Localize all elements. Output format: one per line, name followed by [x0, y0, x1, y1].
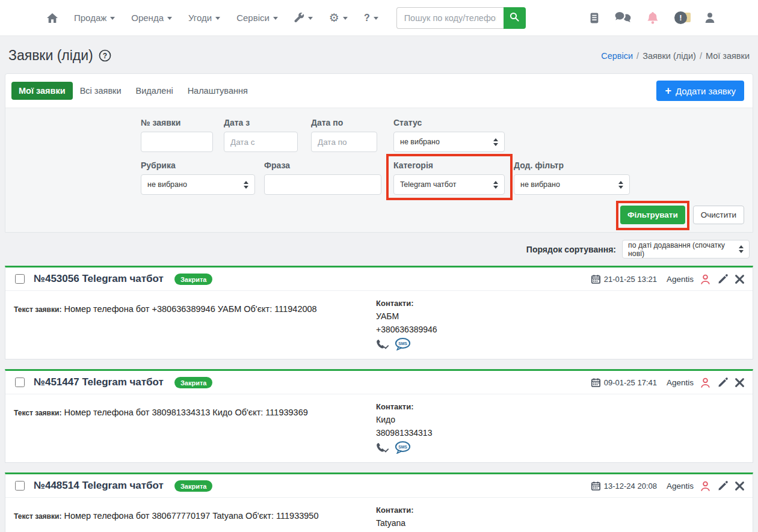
- filter-button[interactable]: Фільтрувати: [620, 206, 685, 224]
- request-number-input[interactable]: [141, 132, 213, 152]
- rubric-select[interactable]: не вибрано: [141, 174, 255, 195]
- select-arrows-icon: [493, 138, 498, 146]
- date-from-input[interactable]: [224, 132, 298, 152]
- request-contacts: Контакти: Tatyana 380677770197 SMS: [376, 505, 432, 532]
- nav-menu-tools[interactable]: [294, 12, 313, 24]
- request-text-label: Текст заявки:: [14, 305, 61, 314]
- request-checkbox[interactable]: [15, 274, 25, 284]
- request-text: Текст заявки: Номер телефона бот 3809813…: [14, 402, 376, 454]
- sort-select[interactable]: по даті додавання (спочатку нові): [622, 240, 750, 258]
- tab-my-requests[interactable]: Мої заявки: [11, 82, 73, 100]
- nav-label-services: Сервіси: [236, 13, 270, 23]
- close-icon[interactable]: [735, 378, 744, 387]
- nav-menu-rent[interactable]: Оренда: [131, 13, 172, 23]
- request-card: №453056 Telegram чатбот Закрита 21-01-25…: [5, 266, 753, 359]
- field-label: Категорія: [393, 161, 505, 170]
- top-navbar: Продаж Оренда Угоди Сервіси ⚙ ?: [0, 0, 758, 36]
- agent-person-icon[interactable]: [700, 480, 711, 492]
- extra-filter-select[interactable]: не вибрано: [514, 174, 630, 195]
- field-label: Дата з: [224, 118, 298, 127]
- request-text-value: Номер телефона бот 380981334313 Кидо Об'…: [64, 408, 307, 417]
- request-card: №448514 Telegram чатбот Закрита 13-12-24…: [5, 472, 753, 532]
- chat-messages-icon[interactable]: [615, 12, 631, 24]
- request-title: №451447 Telegram чатбот: [34, 376, 164, 388]
- request-date: 13-12-24 20:08: [591, 482, 657, 491]
- clear-button[interactable]: Очистити: [693, 206, 744, 224]
- request-checkbox[interactable]: [15, 378, 25, 387]
- edit-pencil-icon[interactable]: [718, 274, 729, 284]
- field-category: Категорія Telegram чатбот: [393, 161, 505, 195]
- request-title: №453056 Telegram чатбот: [34, 273, 164, 285]
- agent-person-icon[interactable]: [700, 377, 711, 388]
- select-arrows-icon: [244, 181, 248, 189]
- nav-menu-sales[interactable]: Продаж: [74, 13, 115, 23]
- rubric-select-value: не вибрано: [147, 180, 187, 189]
- nav-menu-deals[interactable]: Угоди: [188, 13, 220, 23]
- nav-label-deals: Угоди: [188, 13, 212, 23]
- request-card-header: №453056 Telegram чатбот Закрита 21-01-25…: [5, 268, 753, 291]
- nav-menu-services[interactable]: Сервіси: [236, 13, 278, 23]
- home-icon[interactable]: [47, 13, 58, 23]
- user-profile-icon[interactable]: [705, 13, 715, 23]
- request-card-header: №448514 Telegram чатбот Закрита 13-12-24…: [5, 474, 753, 498]
- agent-person-icon[interactable]: [700, 274, 711, 285]
- sms-bubble-icon[interactable]: SMS: [395, 338, 411, 350]
- status-badge: Закрита: [174, 377, 213, 388]
- contact-name: Кидо: [376, 415, 432, 424]
- edit-pencil-icon[interactable]: [718, 377, 729, 388]
- contact-phone: +380636389946: [376, 325, 437, 334]
- tab-all-requests[interactable]: Всі заявки: [73, 82, 129, 100]
- select-arrows-icon: [618, 181, 623, 189]
- tab-settings[interactable]: Налаштування: [180, 82, 255, 100]
- request-datetime: 21-01-25 13:21: [604, 275, 657, 284]
- phone-call-check-icon[interactable]: [376, 442, 389, 453]
- request-card-body: Текст заявки: Номер телефона бот 3806777…: [5, 498, 753, 532]
- status-badge: Закрита: [174, 480, 213, 492]
- request-card-body: Текст заявки: Номер телефона бот +380636…: [5, 291, 753, 359]
- help-circle-icon[interactable]: ?: [99, 49, 111, 62]
- calendar-icon: [591, 378, 600, 387]
- contact-phone: 380981334313: [376, 428, 432, 438]
- field-phrase: Фраза: [264, 161, 381, 195]
- svg-text:SMS: SMS: [398, 445, 407, 449]
- phrase-input[interactable]: [264, 174, 381, 195]
- breadcrumb-my-requests: Мої заявки: [706, 51, 750, 61]
- extra-filter-select-value: не вибрано: [520, 180, 560, 189]
- search-input[interactable]: [396, 7, 504, 29]
- alert-exclamation-icon[interactable]: !: [674, 11, 689, 25]
- breadcrumb-services[interactable]: Сервіси: [601, 51, 633, 61]
- field-label: Рубрика: [141, 161, 255, 170]
- question-icon: ?: [364, 13, 370, 23]
- close-icon[interactable]: [735, 275, 744, 284]
- breadcrumb-requests: Заявки (ліди): [642, 51, 696, 61]
- request-agent: Agentis: [667, 378, 694, 387]
- request-text: Текст заявки: Номер телефона бот 3806777…: [14, 505, 376, 532]
- request-text: Текст заявки: Номер телефона бот +380636…: [14, 298, 376, 350]
- field-status: Статус не вибрано: [393, 118, 505, 152]
- edit-pencil-icon[interactable]: [718, 480, 729, 491]
- sms-bubble-icon[interactable]: SMS: [395, 441, 411, 454]
- category-select[interactable]: Telegram чатбот: [393, 174, 505, 195]
- nav-menu-settings[interactable]: ⚙: [329, 12, 348, 23]
- main-panel: Мої заявки Всі заявки Видалені Налаштува…: [5, 73, 753, 233]
- request-checkbox[interactable]: [15, 481, 25, 491]
- chevron-down-icon: [273, 17, 278, 20]
- request-contacts: Контакти: Кидо 380981334313 SMS: [376, 402, 432, 454]
- nav-menu-help[interactable]: ?: [364, 13, 378, 23]
- sort-row: Порядок сортування: по даті додавання (с…: [8, 240, 750, 258]
- status-select[interactable]: не вибрано: [393, 132, 505, 152]
- field-rubric: Рубрика не вибрано: [141, 161, 255, 195]
- phone-call-check-icon[interactable]: [376, 339, 389, 350]
- request-card-body: Текст заявки: Номер телефона бот 3809813…: [5, 394, 753, 462]
- date-to-input[interactable]: [311, 132, 377, 152]
- search-button[interactable]: [504, 7, 526, 29]
- chevron-down-icon: [374, 17, 378, 20]
- document-list-icon[interactable]: [590, 13, 599, 23]
- chevron-down-icon: [167, 17, 172, 20]
- add-request-button[interactable]: + Додати заявку: [656, 81, 744, 101]
- tab-deleted[interactable]: Видалені: [129, 82, 180, 100]
- bell-notification-icon[interactable]: [647, 12, 658, 24]
- select-arrows-icon: [739, 245, 744, 253]
- status-badge: Закрита: [174, 274, 213, 285]
- close-icon[interactable]: [735, 482, 744, 491]
